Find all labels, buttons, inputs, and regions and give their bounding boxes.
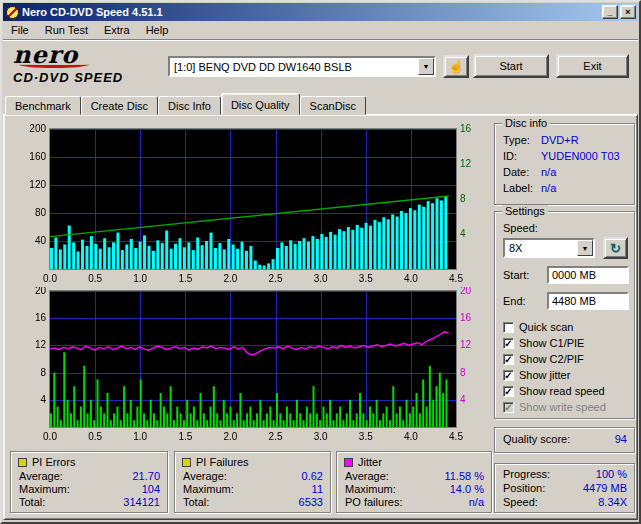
progress-value: 100 %	[596, 468, 627, 480]
pi-failures-jitter-chart	[6, 287, 490, 445]
jitter-stats-panel: Jitter Average:11.58 % Maximum:14.0 % PO…	[336, 451, 492, 513]
stat-value: 6533	[299, 496, 323, 508]
speed-selector[interactable]: 8X ▼	[503, 238, 595, 258]
checkbox-show-jitter[interactable]: ✓Show jitter	[503, 368, 630, 382]
menu-run-test[interactable]: Run Test	[37, 22, 96, 38]
tab-scandisc[interactable]: ScanDisc	[300, 96, 366, 115]
tab-benchmark[interactable]: Benchmark	[5, 96, 81, 115]
nero-logo: nero CD·DVD SPEED	[13, 43, 163, 85]
stat-label: Maximum:	[345, 483, 396, 495]
stat-label: Average:	[183, 470, 227, 482]
jitter-legend-icon	[344, 458, 353, 467]
pi-failures-stats-panel: PI Failures Average:0.62 Maximum:11 Tota…	[174, 451, 331, 513]
disc-info-caption: Disc info	[502, 117, 550, 129]
jitter-title: Jitter	[358, 456, 382, 468]
drive-selector-value: [1:0] BENQ DVD DD DW1640 BSLB	[170, 61, 418, 73]
settings-caption: Settings	[502, 205, 548, 217]
speed-readout-label: Speed:	[503, 496, 538, 508]
disc-quality-page: PI Errors Average:21.70 Maximum:104 Tota…	[3, 114, 638, 520]
close-button[interactable]: ×	[620, 5, 636, 19]
checkbox-box[interactable]: ✓	[503, 354, 514, 365]
speed-value: 8X	[505, 242, 577, 254]
checkbox-label: Show write speed	[519, 401, 606, 413]
stat-label: Total:	[19, 496, 45, 508]
checkbox-box[interactable]: ✓	[503, 338, 514, 349]
stat-label: Maximum:	[183, 483, 234, 495]
checkbox-box[interactable]: ✓	[503, 386, 514, 397]
cdspeed-logo-text: CD·DVD SPEED	[13, 70, 163, 85]
checkbox-show-c1-pie[interactable]: ✓Show C1/PIE	[503, 336, 630, 350]
progress-box: Progress:100 % Position:4479 MB Speed:8.…	[494, 463, 635, 513]
checkbox-show-c2-pif[interactable]: ✓Show C2/PIF	[503, 352, 630, 366]
checkbox-show-write-speed: ✓Show write speed	[503, 400, 630, 414]
pi-failures-title: PI Failures	[196, 456, 249, 468]
end-position-label: End:	[503, 295, 526, 307]
toolbar: nero CD·DVD SPEED [1:0] BENQ DVD DD DW16…	[3, 41, 638, 93]
menu-bar: File Run Test Extra Help	[3, 21, 638, 40]
tab-disc-info[interactable]: Disc Info	[158, 96, 221, 115]
settings-group: Settings Speed: 8X ▼ ↻ Start: 0000 MB En…	[494, 211, 635, 419]
start-position-input[interactable]: 0000 MB	[547, 266, 629, 284]
pi-errors-stats-panel: PI Errors Average:21.70 Maximum:104 Tota…	[10, 451, 168, 513]
disc-type-value: DVD+R	[541, 134, 579, 146]
stat-value: 11	[312, 483, 323, 495]
title-bar[interactable]: Nero CD-DVD Speed 4.51.1 _ ×	[3, 3, 638, 21]
disc-id-value: YUDEN000 T03	[541, 150, 620, 162]
end-position-input[interactable]: 4480 MB	[547, 292, 629, 310]
progress-label: Progress:	[503, 468, 550, 480]
pi-errors-chart	[6, 123, 490, 283]
stat-label: Total:	[183, 496, 209, 508]
tab-disc-quality[interactable]: Disc Quality	[221, 93, 300, 115]
tab-strip: Benchmark Create Disc Disc Info Disc Qua…	[5, 93, 366, 115]
disc-date-label: Date:	[503, 166, 529, 178]
speed-label: Speed:	[503, 222, 538, 234]
checkbox-box[interactable]	[503, 322, 514, 333]
stat-value: 11.58 %	[444, 470, 484, 482]
position-label: Position:	[503, 482, 545, 494]
hand-disc-icon: ☝	[448, 59, 464, 74]
menu-extra[interactable]: Extra	[96, 22, 138, 38]
menu-help[interactable]: Help	[138, 22, 177, 38]
checkbox-box[interactable]: ✓	[503, 370, 514, 381]
window-title: Nero CD-DVD Speed 4.51.1	[22, 6, 602, 18]
app-window: Nero CD-DVD Speed 4.51.1 _ × File Run Te…	[0, 0, 641, 524]
chevron-down-icon[interactable]: ▼	[577, 240, 593, 256]
chevron-down-icon[interactable]: ▼	[418, 58, 434, 75]
checkbox-label: Show jitter	[519, 369, 570, 381]
checkbox-label: Show C1/PIE	[519, 337, 584, 349]
disc-id-label: ID:	[503, 150, 517, 162]
tab-create-disc[interactable]: Create Disc	[81, 96, 158, 115]
minimize-button[interactable]: _	[602, 5, 618, 19]
stat-value: 0.62	[302, 470, 323, 482]
disc-date-value: n/a	[541, 166, 556, 178]
insert-disc-button[interactable]: ☝	[443, 55, 469, 78]
stat-value: n/a	[469, 496, 484, 508]
quality-score-value: 94	[615, 433, 627, 445]
pi-errors-title: PI Errors	[32, 456, 75, 468]
stat-label: PO failures:	[345, 496, 402, 508]
disc-label-label: Label:	[503, 182, 533, 194]
checkbox-quick-scan[interactable]: Quick scan	[503, 320, 630, 334]
stat-value: 314121	[123, 496, 160, 508]
stat-label: Average:	[345, 470, 389, 482]
drive-selector[interactable]: [1:0] BENQ DVD DD DW1640 BSLB ▼	[168, 56, 436, 77]
disc-info-group: Disc info Type:DVD+R ID:YUDEN000 T03 Dat…	[494, 123, 635, 205]
checkbox-label: Show C2/PIF	[519, 353, 584, 365]
stat-value: 21.70	[132, 470, 160, 482]
exit-button[interactable]: Exit	[556, 54, 629, 78]
stat-value: 14.0 %	[450, 483, 484, 495]
checkbox-show-read-speed[interactable]: ✓Show read speed	[503, 384, 630, 398]
checkbox-box: ✓	[503, 402, 514, 413]
quality-score-label: Quality score:	[503, 433, 570, 445]
stat-label: Maximum:	[19, 483, 70, 495]
checkbox-label: Show read speed	[519, 385, 605, 397]
app-icon	[6, 6, 19, 19]
menu-file[interactable]: File	[3, 22, 37, 38]
stat-label: Average:	[19, 470, 63, 482]
start-button[interactable]: Start	[473, 54, 549, 78]
disc-label-value: n/a	[541, 182, 556, 194]
pif-legend-icon	[182, 458, 191, 467]
speed-readout-value: 8.34X	[598, 496, 627, 508]
refresh-icon: ↻	[610, 241, 621, 256]
refresh-speeds-button[interactable]: ↻	[603, 237, 628, 259]
